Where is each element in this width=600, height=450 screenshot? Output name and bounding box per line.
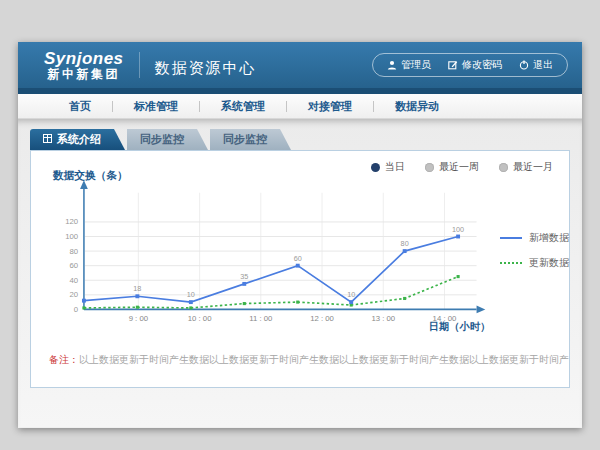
x-axis-arrow-icon [477,306,486,314]
tab-sync-monitor-2-label: 同步监控 [223,129,267,150]
user-menu: 管理员 修改密码 退出 [372,53,568,77]
y-tick-label: 0 [74,305,79,314]
nav-item-standard-mgmt[interactable]: 标准管理 [113,99,199,114]
filter-last-week-label: 最近一周 [439,160,479,174]
app-window: Synjones 新中新集团 数据资源中心 管理员 修改密码 [18,42,582,428]
data-point [82,306,85,309]
filter-last-week[interactable]: 最近一周 [425,160,479,174]
radio-selected-icon [371,163,380,172]
x-tick-label: 13 : 00 [371,314,395,323]
legend-item-new-data: 新增数据 [500,231,569,245]
tab-bar: 系统介绍 同步监控 同步监控 [18,119,582,150]
x-tick-label: 12 : 00 [310,314,334,323]
footnote-text: 以上数据更新于时间产生数据以上数据更新于时间产生数据以上数据更新于时间产生数据以… [79,354,569,365]
data-point [243,302,246,305]
y-tick-label: 20 [69,290,78,299]
tab-system-intro[interactable]: 系统介绍 [30,129,125,150]
main-nav: 首页 标准管理 系统管理 对接管理 数据异动 [18,94,582,119]
nav-item-home[interactable]: 首页 [48,99,112,114]
nav-item-system-mgmt[interactable]: 系统管理 [200,99,286,114]
logo-subtext: 新中新集团 [44,67,124,81]
data-point [403,249,407,253]
grid-icon [43,129,52,150]
y-tick-label: 40 [69,276,78,285]
time-range-filters: 当日 最近一周 最近一月 [371,160,553,174]
data-point [296,264,300,268]
header-divider [139,52,140,78]
x-tick-label: 14 : 00 [433,314,457,323]
filter-last-month[interactable]: 最近一月 [499,160,553,174]
data-point [189,306,192,309]
data-point [135,294,139,298]
edit-icon [448,60,458,70]
x-tick-label: 10 : 00 [188,314,212,323]
data-point-label: 18 [133,284,141,293]
app-header: Synjones 新中新集团 数据资源中心 管理员 修改密码 [18,42,582,88]
logo: Synjones 新中新集团 [44,50,124,81]
user-menu-admin-label: 管理员 [401,58,431,72]
data-point-label: 10 [187,290,195,299]
legend-update-data-label: 更新数据 [529,256,569,270]
y-tick-label: 80 [69,247,78,256]
chart-legend: 新增数据 更新数据 [500,231,569,347]
legend-new-data-label: 新增数据 [529,231,569,245]
tab-sync-monitor-1[interactable]: 同步监控 [127,129,208,150]
y-tick-label: 100 [65,232,79,241]
power-icon [519,60,529,70]
filter-last-month-label: 最近一月 [513,160,553,174]
footnote: 备注：以上数据更新于时间产生数据以上数据更新于时间产生数据以上数据更新于时间产生… [31,353,569,367]
footnote-prefix: 备注： [49,354,79,365]
x-tick-label: 11 : 00 [249,314,273,323]
user-menu-change-password-label: 修改密码 [462,58,502,72]
nav-item-data-change[interactable]: 数据异动 [374,99,460,114]
data-point-label: 60 [294,254,302,263]
data-point [296,301,299,304]
data-point [242,282,246,286]
data-point [82,299,86,303]
user-menu-change-password[interactable]: 修改密码 [448,58,502,72]
legend-line-dotted-icon [500,262,522,264]
data-point [457,275,460,278]
content-area: 系统介绍 同步监控 同步监控 当日 最近一周 [18,119,582,427]
y-tick-label: 60 [69,261,78,270]
filter-today-label: 当日 [385,160,405,174]
user-menu-logout-label: 退出 [533,58,553,72]
data-point-label: 80 [401,239,409,248]
data-point [189,300,193,304]
radio-unselected-icon [499,163,508,172]
line-chart: 数据交换（条） 日期（小时） 9 : 0010 : 0011 : 0012 : … [47,161,496,347]
user-icon [387,60,397,70]
data-point-label: 35 [240,272,248,281]
y-tick-label: 120 [65,217,79,226]
y-axis-arrow-icon [80,180,88,189]
data-point [349,300,353,304]
data-point [403,297,406,300]
user-menu-logout[interactable]: 退出 [519,58,553,72]
x-tick-label: 9 : 00 [129,314,149,323]
chart-y-axis-title: 数据交换（条） [52,169,128,182]
tab-sync-monitor-1-label: 同步监控 [140,129,184,150]
radio-unselected-icon [425,163,434,172]
tab-sync-monitor-2[interactable]: 同步监控 [210,129,291,150]
legend-item-update-data: 更新数据 [500,256,569,270]
user-menu-admin[interactable]: 管理员 [387,58,431,72]
nav-item-interface-mgmt[interactable]: 对接管理 [287,99,373,114]
tab-system-intro-label: 系统介绍 [57,129,101,150]
chart-panel: 当日 最近一周 最近一月 数据交换（条） 日期（小时） 9 : 0010 : 0… [30,150,570,388]
page-title: 数据资源中心 [155,53,257,78]
data-point-label: 100 [452,225,464,234]
data-point [136,306,139,309]
data-point [456,235,460,239]
legend-line-solid-icon [500,237,522,239]
chart-row: 数据交换（条） 日期（小时） 9 : 0010 : 0011 : 0012 : … [31,151,569,347]
filter-today[interactable]: 当日 [371,160,405,174]
logo-text: Synjones [44,50,124,67]
data-point-label: 10 [347,290,355,299]
